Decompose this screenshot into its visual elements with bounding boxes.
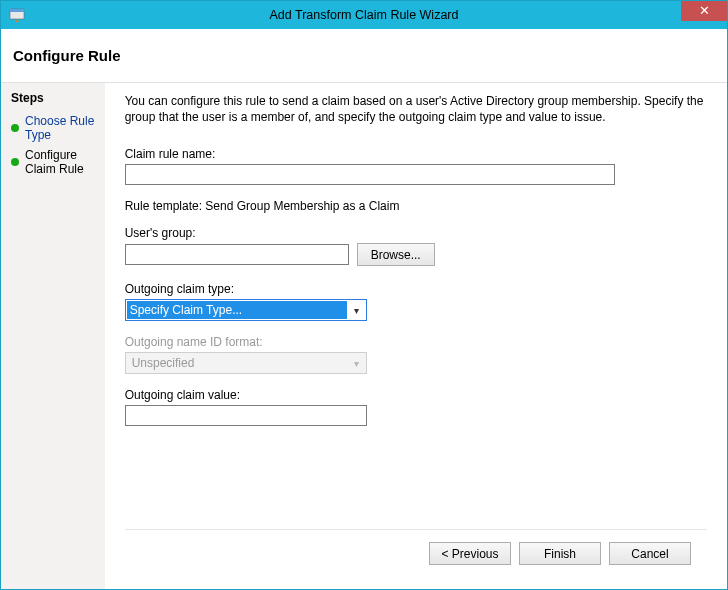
page-title: Configure Rule	[13, 47, 715, 64]
users-group-input[interactable]	[125, 244, 349, 265]
outgoing-name-id-label: Outgoing name ID format:	[125, 335, 707, 349]
steps-sidebar: Steps Choose Rule Type Configure Claim R…	[1, 82, 105, 589]
step-configure-claim-rule: Configure Claim Rule	[9, 145, 97, 179]
users-group-label: User's group:	[125, 226, 707, 240]
outgoing-name-id-select: Unspecified ▾	[125, 352, 367, 374]
svg-rect-1	[10, 9, 24, 12]
finish-button[interactable]: Finish	[519, 542, 601, 565]
outgoing-claim-type-select[interactable]: Specify Claim Type... ▾	[125, 299, 367, 321]
previous-button[interactable]: < Previous	[429, 542, 511, 565]
users-group-row: Browse...	[125, 243, 707, 266]
outgoing-claim-value-label: Outgoing claim value:	[125, 388, 707, 402]
wizard-footer: < Previous Finish Cancel	[125, 529, 707, 579]
close-button[interactable]: ✕	[681, 1, 727, 21]
wizard-window: Add Transform Claim Rule Wizard ✕ Config…	[0, 0, 728, 590]
window-title: Add Transform Claim Rule Wizard	[1, 8, 727, 22]
claim-rule-name-input[interactable]	[125, 164, 615, 185]
step-label: Configure Claim Rule	[25, 148, 95, 176]
chevron-down-icon: ▾	[348, 358, 366, 369]
page-header: Configure Rule	[1, 29, 727, 82]
steps-heading: Steps	[11, 91, 97, 105]
rule-template-line: Rule template: Send Group Membership as …	[125, 199, 707, 213]
intro-text: You can configure this rule to send a cl…	[125, 93, 707, 125]
content-pane: You can configure this rule to send a cl…	[105, 82, 727, 589]
titlebar: Add Transform Claim Rule Wizard ✕	[1, 1, 727, 29]
close-icon: ✕	[699, 3, 710, 18]
cancel-button[interactable]: Cancel	[609, 542, 691, 565]
step-choose-rule-type[interactable]: Choose Rule Type	[9, 111, 97, 145]
step-link[interactable]: Choose Rule Type	[25, 114, 95, 142]
outgoing-claim-type-label: Outgoing claim type:	[125, 282, 707, 296]
outgoing-name-id-value: Unspecified	[126, 356, 348, 370]
chevron-down-icon: ▾	[348, 305, 366, 316]
app-icon	[9, 7, 25, 23]
body: Steps Choose Rule Type Configure Claim R…	[1, 82, 727, 589]
claim-rule-name-label: Claim rule name:	[125, 147, 707, 161]
browse-button[interactable]: Browse...	[357, 243, 435, 266]
step-bullet-icon	[11, 124, 19, 132]
step-bullet-icon	[11, 158, 19, 166]
outgoing-claim-value-input[interactable]	[125, 405, 367, 426]
outgoing-claim-type-value: Specify Claim Type...	[127, 301, 347, 319]
